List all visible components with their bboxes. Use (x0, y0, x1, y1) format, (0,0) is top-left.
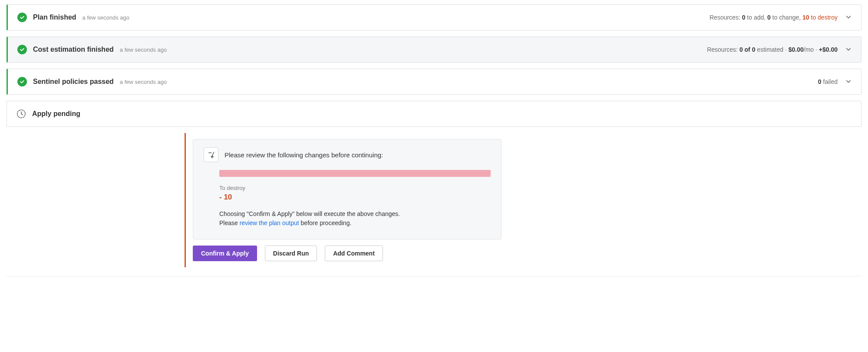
cost-summary: Resources: 0 of 0 estimated · $0.00/mo ·… (707, 46, 838, 53)
sentinel-timestamp: a few seconds ago (120, 79, 167, 85)
sentinel-card[interactable]: Sentinel policies passed a few seconds a… (7, 69, 861, 95)
chevron-down-icon[interactable] (845, 78, 851, 86)
cost-timestamp: a few seconds ago (120, 46, 167, 53)
to-destroy-value: - 10 (219, 193, 491, 202)
review-header-text: Please review the following changes befo… (224, 151, 383, 159)
sentinel-summary: 0 failed (818, 78, 838, 85)
apply-card: Apply pending (7, 101, 861, 127)
apply-title: Apply pending (32, 110, 80, 118)
confirm-apply-button[interactable]: Confirm & Apply (193, 246, 257, 261)
destroy-bar (219, 170, 491, 177)
clock-icon (17, 109, 26, 119)
bottom-divider (7, 276, 861, 276)
plan-summary: Resources: 0 to add, 0 to change, 10 to … (710, 14, 838, 21)
button-row: Confirm & Apply Discard Run Add Comment (193, 246, 502, 261)
chevron-down-icon[interactable] (845, 46, 851, 53)
cost-title: Cost estimation finished (33, 46, 114, 53)
chevron-down-icon[interactable] (845, 14, 851, 21)
destroy-bar-container: To destroy - 10 (219, 170, 491, 202)
warn-text: Choosing "Confirm & Apply" below will ex… (219, 209, 491, 228)
check-icon (17, 45, 27, 54)
to-destroy-label: To destroy (219, 185, 491, 191)
plan-card[interactable]: Plan finished a few seconds ago Resource… (7, 4, 861, 30)
review-plan-output-link[interactable]: review the plan output (240, 219, 299, 226)
review-box: Please review the following changes befo… (193, 139, 502, 239)
check-icon (17, 77, 27, 86)
plan-timestamp: a few seconds ago (83, 14, 129, 21)
check-icon (17, 13, 27, 22)
discard-run-button[interactable]: Discard Run (265, 246, 317, 261)
sentinel-title: Sentinel policies passed (33, 78, 114, 86)
plus-minus-icon (204, 147, 218, 162)
review-header: Please review the following changes befo… (204, 147, 491, 162)
plan-title: Plan finished (33, 13, 76, 21)
cost-card[interactable]: Cost estimation finished a few seconds a… (7, 37, 861, 63)
review-panel: Please review the following changes befo… (185, 133, 502, 267)
add-comment-button[interactable]: Add Comment (325, 246, 383, 261)
